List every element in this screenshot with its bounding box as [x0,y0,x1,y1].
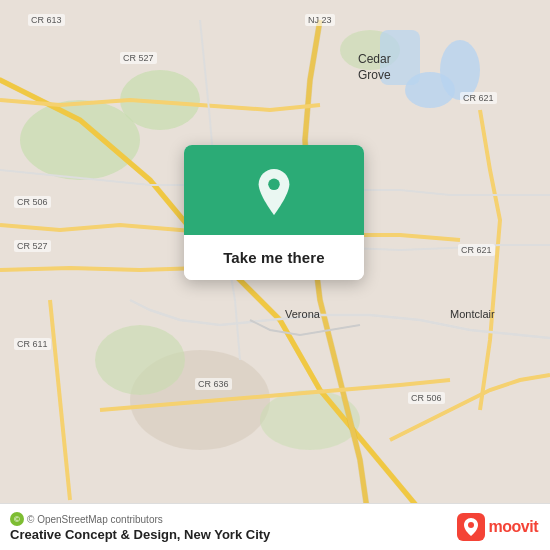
map-container: CedarGrove Verona Montclair CR 613 CR 52… [0,0,550,550]
location-pin-icon [253,167,295,217]
svg-rect-6 [380,30,420,85]
bottom-bar: © © OpenStreetMap contributors Creative … [0,503,550,550]
svg-point-8 [95,325,185,395]
osm-credit-text: © OpenStreetMap contributors [27,514,163,525]
svg-point-12 [468,522,474,528]
popup-green-header [184,145,364,235]
svg-point-5 [440,40,480,100]
location-title: Creative Concept & Design, New York City [10,527,270,542]
svg-point-10 [268,179,280,191]
osm-logo: © [10,512,24,526]
osm-credit: © © OpenStreetMap contributors [10,512,270,526]
moovit-text: moovit [489,518,538,536]
bottom-bar-info: © © OpenStreetMap contributors Creative … [10,512,270,542]
svg-point-1 [20,100,140,180]
popup-card: Take me there [184,145,364,280]
moovit-logo: moovit [457,513,538,541]
moovit-icon [457,513,485,541]
take-me-there-button[interactable]: Take me there [184,235,364,280]
